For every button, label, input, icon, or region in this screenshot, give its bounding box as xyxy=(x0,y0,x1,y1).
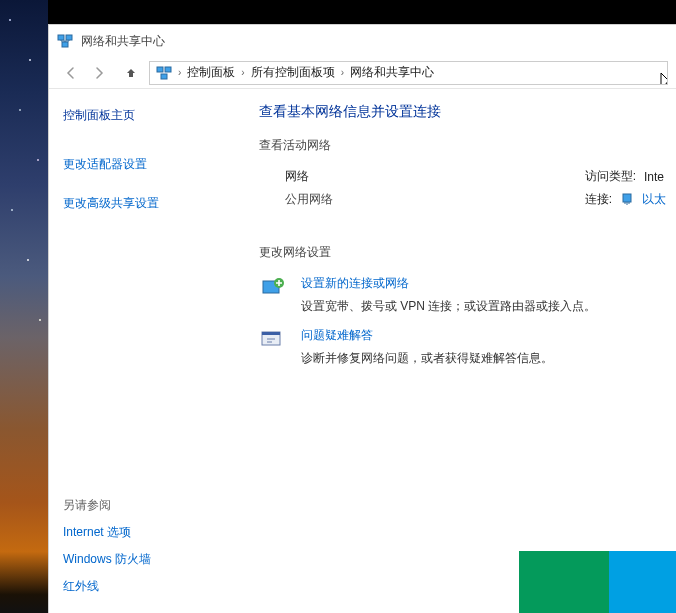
network-center-icon xyxy=(57,33,73,49)
network-name: 网络 xyxy=(285,168,485,185)
change-advanced-sharing-link[interactable]: 更改高级共享设置 xyxy=(63,195,245,212)
svg-rect-3 xyxy=(157,67,163,72)
troubleshoot-link[interactable]: 问题疑难解答 xyxy=(301,327,553,344)
mouse-cursor-icon xyxy=(660,72,668,85)
footer-color-blocks xyxy=(519,551,676,613)
control-panel-window: 网络和共享中心 › 控制面板 › 所有控制面板项 › 网络和共享中心 xyxy=(48,24,676,613)
see-also-section: 另请参阅 Internet 选项 Windows 防火墙 红外线 xyxy=(63,497,245,595)
see-also-heading: 另请参阅 xyxy=(63,497,245,514)
breadcrumb-item[interactable]: 所有控制面板项 xyxy=(251,64,335,81)
forward-button[interactable] xyxy=(89,63,109,83)
color-block xyxy=(519,551,609,613)
svg-rect-4 xyxy=(165,67,171,72)
titlebar: 网络和共享中心 xyxy=(49,25,676,57)
back-button[interactable] xyxy=(61,63,81,83)
setup-new-connection-link[interactable]: 设置新的连接或网络 xyxy=(301,275,596,292)
svg-rect-6 xyxy=(623,194,631,202)
connection-link[interactable]: 以太 xyxy=(642,191,666,208)
main-panel: 查看基本网络信息并设置连接 查看活动网络 网络 公用网络 访问类型: Inte … xyxy=(259,89,676,613)
desktop-wallpaper xyxy=(0,0,48,613)
active-networks-label: 查看活动网络 xyxy=(259,137,666,154)
troubleshoot-desc: 诊断并修复网络问题，或者获得疑难解答信息。 xyxy=(301,350,553,367)
content-area: 控制面板主页 更改适配器设置 更改高级共享设置 另请参阅 Internet 选项… xyxy=(49,89,676,613)
troubleshoot-icon xyxy=(259,327,287,355)
internet-options-link[interactable]: Internet 选项 xyxy=(63,524,245,541)
chevron-right-icon: › xyxy=(178,67,181,78)
svg-rect-1 xyxy=(66,35,72,40)
page-heading: 查看基本网络信息并设置连接 xyxy=(259,103,666,121)
access-type-value: Inte xyxy=(644,170,664,184)
chevron-right-icon: › xyxy=(241,67,244,78)
active-network-row: 网络 公用网络 访问类型: Inte 连接: 以太 xyxy=(285,168,666,214)
setup-new-connection-row: 设置新的连接或网络 设置宽带、拨号或 VPN 连接；或设置路由器或接入点。 xyxy=(259,275,666,315)
navbar: › 控制面板 › 所有控制面板项 › 网络和共享中心 xyxy=(49,57,676,89)
chevron-right-icon: › xyxy=(341,67,344,78)
svg-rect-0 xyxy=(58,35,64,40)
change-adapter-settings-link[interactable]: 更改适配器设置 xyxy=(63,156,245,173)
change-network-settings-label: 更改网络设置 xyxy=(259,244,666,261)
network-type: 公用网络 xyxy=(285,191,485,208)
setup-new-connection-desc: 设置宽带、拨号或 VPN 连接；或设置路由器或接入点。 xyxy=(301,298,596,315)
connection-label: 连接: xyxy=(585,191,612,208)
breadcrumb-item[interactable]: 网络和共享中心 xyxy=(350,64,434,81)
control-panel-home-link[interactable]: 控制面板主页 xyxy=(63,107,245,124)
network-center-icon xyxy=(156,65,172,81)
sidebar: 控制面板主页 更改适配器设置 更改高级共享设置 另请参阅 Internet 选项… xyxy=(49,89,259,613)
svg-rect-2 xyxy=(62,42,68,47)
window-title: 网络和共享中心 xyxy=(81,33,165,50)
troubleshoot-row: 问题疑难解答 诊断并修复网络问题，或者获得疑难解答信息。 xyxy=(259,327,666,367)
windows-firewall-link[interactable]: Windows 防火墙 xyxy=(63,551,245,568)
setup-connection-icon xyxy=(259,275,287,303)
svg-rect-10 xyxy=(262,332,280,335)
access-type-label: 访问类型: xyxy=(585,168,636,185)
infrared-link[interactable]: 红外线 xyxy=(63,578,245,595)
up-button[interactable] xyxy=(121,63,141,83)
address-bar[interactable]: › 控制面板 › 所有控制面板项 › 网络和共享中心 xyxy=(149,61,668,85)
svg-rect-5 xyxy=(161,74,167,79)
ethernet-icon xyxy=(620,193,634,207)
breadcrumb-item[interactable]: 控制面板 xyxy=(187,64,235,81)
color-block xyxy=(609,551,676,613)
